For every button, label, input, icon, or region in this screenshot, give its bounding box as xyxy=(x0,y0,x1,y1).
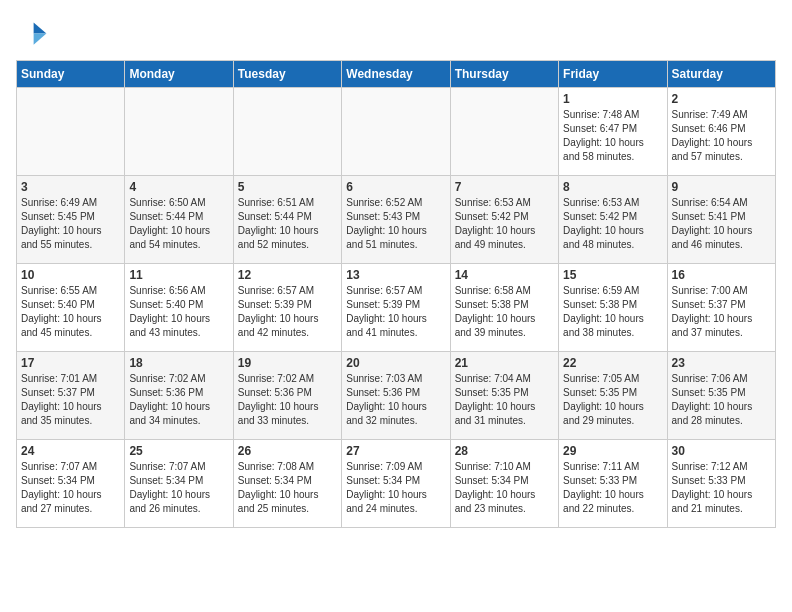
day-cell: 26Sunrise: 7:08 AM Sunset: 5:34 PM Dayli… xyxy=(233,440,341,528)
day-cell: 24Sunrise: 7:07 AM Sunset: 5:34 PM Dayli… xyxy=(17,440,125,528)
day-number: 23 xyxy=(672,356,771,370)
day-info: Sunrise: 6:57 AM Sunset: 5:39 PM Dayligh… xyxy=(346,284,445,340)
day-cell: 17Sunrise: 7:01 AM Sunset: 5:37 PM Dayli… xyxy=(17,352,125,440)
day-number: 4 xyxy=(129,180,228,194)
day-number: 10 xyxy=(21,268,120,282)
header-row: SundayMondayTuesdayWednesdayThursdayFrid… xyxy=(17,61,776,88)
day-info: Sunrise: 7:07 AM Sunset: 5:34 PM Dayligh… xyxy=(21,460,120,516)
day-cell: 21Sunrise: 7:04 AM Sunset: 5:35 PM Dayli… xyxy=(450,352,558,440)
day-info: Sunrise: 7:12 AM Sunset: 5:33 PM Dayligh… xyxy=(672,460,771,516)
day-info: Sunrise: 7:02 AM Sunset: 5:36 PM Dayligh… xyxy=(238,372,337,428)
day-number: 6 xyxy=(346,180,445,194)
day-cell xyxy=(17,88,125,176)
day-number: 21 xyxy=(455,356,554,370)
day-info: Sunrise: 6:54 AM Sunset: 5:41 PM Dayligh… xyxy=(672,196,771,252)
day-info: Sunrise: 6:53 AM Sunset: 5:42 PM Dayligh… xyxy=(563,196,662,252)
header-day-saturday: Saturday xyxy=(667,61,775,88)
day-info: Sunrise: 6:58 AM Sunset: 5:38 PM Dayligh… xyxy=(455,284,554,340)
day-cell: 15Sunrise: 6:59 AM Sunset: 5:38 PM Dayli… xyxy=(559,264,667,352)
header-day-friday: Friday xyxy=(559,61,667,88)
day-info: Sunrise: 7:05 AM Sunset: 5:35 PM Dayligh… xyxy=(563,372,662,428)
week-row-3: 10Sunrise: 6:55 AM Sunset: 5:40 PM Dayli… xyxy=(17,264,776,352)
day-info: Sunrise: 7:03 AM Sunset: 5:36 PM Dayligh… xyxy=(346,372,445,428)
logo-icon xyxy=(16,16,48,48)
day-info: Sunrise: 6:51 AM Sunset: 5:44 PM Dayligh… xyxy=(238,196,337,252)
day-cell: 12Sunrise: 6:57 AM Sunset: 5:39 PM Dayli… xyxy=(233,264,341,352)
day-cell: 23Sunrise: 7:06 AM Sunset: 5:35 PM Dayli… xyxy=(667,352,775,440)
day-info: Sunrise: 7:04 AM Sunset: 5:35 PM Dayligh… xyxy=(455,372,554,428)
day-cell: 2Sunrise: 7:49 AM Sunset: 6:46 PM Daylig… xyxy=(667,88,775,176)
week-row-4: 17Sunrise: 7:01 AM Sunset: 5:37 PM Dayli… xyxy=(17,352,776,440)
day-info: Sunrise: 7:08 AM Sunset: 5:34 PM Dayligh… xyxy=(238,460,337,516)
week-row-1: 1Sunrise: 7:48 AM Sunset: 6:47 PM Daylig… xyxy=(17,88,776,176)
day-number: 8 xyxy=(563,180,662,194)
day-info: Sunrise: 6:57 AM Sunset: 5:39 PM Dayligh… xyxy=(238,284,337,340)
logo xyxy=(16,16,52,48)
day-number: 27 xyxy=(346,444,445,458)
day-cell: 4Sunrise: 6:50 AM Sunset: 5:44 PM Daylig… xyxy=(125,176,233,264)
day-cell: 14Sunrise: 6:58 AM Sunset: 5:38 PM Dayli… xyxy=(450,264,558,352)
day-cell: 16Sunrise: 7:00 AM Sunset: 5:37 PM Dayli… xyxy=(667,264,775,352)
day-number: 26 xyxy=(238,444,337,458)
day-cell: 25Sunrise: 7:07 AM Sunset: 5:34 PM Dayli… xyxy=(125,440,233,528)
day-info: Sunrise: 7:10 AM Sunset: 5:34 PM Dayligh… xyxy=(455,460,554,516)
day-number: 1 xyxy=(563,92,662,106)
day-number: 7 xyxy=(455,180,554,194)
day-number: 5 xyxy=(238,180,337,194)
header-day-thursday: Thursday xyxy=(450,61,558,88)
day-number: 25 xyxy=(129,444,228,458)
header xyxy=(16,16,776,48)
day-cell: 18Sunrise: 7:02 AM Sunset: 5:36 PM Dayli… xyxy=(125,352,233,440)
day-number: 18 xyxy=(129,356,228,370)
day-number: 15 xyxy=(563,268,662,282)
day-cell: 7Sunrise: 6:53 AM Sunset: 5:42 PM Daylig… xyxy=(450,176,558,264)
day-cell: 9Sunrise: 6:54 AM Sunset: 5:41 PM Daylig… xyxy=(667,176,775,264)
day-cell: 6Sunrise: 6:52 AM Sunset: 5:43 PM Daylig… xyxy=(342,176,450,264)
day-info: Sunrise: 6:52 AM Sunset: 5:43 PM Dayligh… xyxy=(346,196,445,252)
header-day-wednesday: Wednesday xyxy=(342,61,450,88)
day-info: Sunrise: 6:56 AM Sunset: 5:40 PM Dayligh… xyxy=(129,284,228,340)
day-info: Sunrise: 7:01 AM Sunset: 5:37 PM Dayligh… xyxy=(21,372,120,428)
day-info: Sunrise: 7:49 AM Sunset: 6:46 PM Dayligh… xyxy=(672,108,771,164)
day-cell xyxy=(450,88,558,176)
day-number: 22 xyxy=(563,356,662,370)
day-number: 16 xyxy=(672,268,771,282)
day-cell: 1Sunrise: 7:48 AM Sunset: 6:47 PM Daylig… xyxy=(559,88,667,176)
day-info: Sunrise: 6:50 AM Sunset: 5:44 PM Dayligh… xyxy=(129,196,228,252)
day-info: Sunrise: 7:07 AM Sunset: 5:34 PM Dayligh… xyxy=(129,460,228,516)
day-number: 11 xyxy=(129,268,228,282)
day-info: Sunrise: 7:06 AM Sunset: 5:35 PM Dayligh… xyxy=(672,372,771,428)
day-cell: 19Sunrise: 7:02 AM Sunset: 5:36 PM Dayli… xyxy=(233,352,341,440)
calendar-table: SundayMondayTuesdayWednesdayThursdayFrid… xyxy=(16,60,776,528)
page: SundayMondayTuesdayWednesdayThursdayFrid… xyxy=(0,0,792,544)
day-info: Sunrise: 7:48 AM Sunset: 6:47 PM Dayligh… xyxy=(563,108,662,164)
day-number: 24 xyxy=(21,444,120,458)
header-day-sunday: Sunday xyxy=(17,61,125,88)
day-number: 17 xyxy=(21,356,120,370)
day-cell: 20Sunrise: 7:03 AM Sunset: 5:36 PM Dayli… xyxy=(342,352,450,440)
header-day-monday: Monday xyxy=(125,61,233,88)
day-cell: 29Sunrise: 7:11 AM Sunset: 5:33 PM Dayli… xyxy=(559,440,667,528)
day-number: 19 xyxy=(238,356,337,370)
day-number: 2 xyxy=(672,92,771,106)
day-cell: 27Sunrise: 7:09 AM Sunset: 5:34 PM Dayli… xyxy=(342,440,450,528)
day-info: Sunrise: 6:49 AM Sunset: 5:45 PM Dayligh… xyxy=(21,196,120,252)
day-number: 20 xyxy=(346,356,445,370)
week-row-5: 24Sunrise: 7:07 AM Sunset: 5:34 PM Dayli… xyxy=(17,440,776,528)
day-cell: 30Sunrise: 7:12 AM Sunset: 5:33 PM Dayli… xyxy=(667,440,775,528)
day-number: 14 xyxy=(455,268,554,282)
day-cell: 22Sunrise: 7:05 AM Sunset: 5:35 PM Dayli… xyxy=(559,352,667,440)
day-cell: 5Sunrise: 6:51 AM Sunset: 5:44 PM Daylig… xyxy=(233,176,341,264)
day-cell: 8Sunrise: 6:53 AM Sunset: 5:42 PM Daylig… xyxy=(559,176,667,264)
day-number: 13 xyxy=(346,268,445,282)
day-info: Sunrise: 7:00 AM Sunset: 5:37 PM Dayligh… xyxy=(672,284,771,340)
calendar-body: 1Sunrise: 7:48 AM Sunset: 6:47 PM Daylig… xyxy=(17,88,776,528)
svg-marker-0 xyxy=(34,22,47,33)
day-cell: 3Sunrise: 6:49 AM Sunset: 5:45 PM Daylig… xyxy=(17,176,125,264)
day-info: Sunrise: 6:55 AM Sunset: 5:40 PM Dayligh… xyxy=(21,284,120,340)
day-info: Sunrise: 6:59 AM Sunset: 5:38 PM Dayligh… xyxy=(563,284,662,340)
day-cell: 28Sunrise: 7:10 AM Sunset: 5:34 PM Dayli… xyxy=(450,440,558,528)
header-day-tuesday: Tuesday xyxy=(233,61,341,88)
day-cell xyxy=(342,88,450,176)
day-number: 28 xyxy=(455,444,554,458)
